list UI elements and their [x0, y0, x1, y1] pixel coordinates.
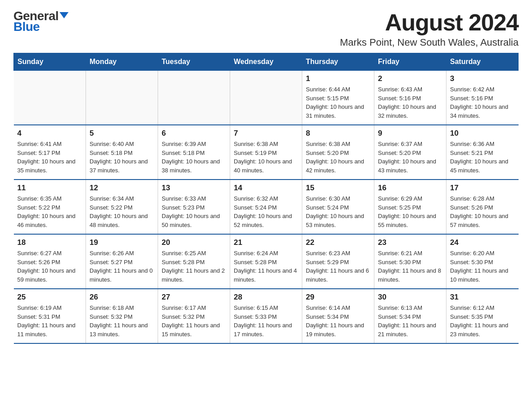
day-number: 29: [306, 293, 370, 302]
day-info: Sunrise: 6:13 AMSunset: 5:34 PMDaylight:…: [378, 304, 442, 338]
day-info: Sunrise: 6:30 AMSunset: 5:24 PMDaylight:…: [306, 194, 370, 229]
calendar-cell: 21Sunrise: 6:24 AMSunset: 5:28 PMDayligh…: [230, 234, 302, 289]
calendar-week-row: 18Sunrise: 6:27 AMSunset: 5:26 PMDayligh…: [14, 234, 519, 289]
day-number: 28: [234, 293, 298, 302]
day-number: 24: [450, 238, 515, 247]
calendar-cell: 13Sunrise: 6:33 AMSunset: 5:23 PMDayligh…: [158, 180, 230, 234]
day-number: 19: [90, 238, 154, 247]
day-info: Sunrise: 6:42 AMSunset: 5:16 PMDaylight:…: [450, 85, 515, 120]
day-number: 15: [306, 184, 370, 193]
logo-blue-text: Blue: [13, 20, 40, 34]
calendar-cell: 16Sunrise: 6:29 AMSunset: 5:25 PMDayligh…: [374, 180, 446, 234]
calendar-cell: 12Sunrise: 6:34 AMSunset: 5:22 PMDayligh…: [86, 180, 158, 234]
day-number: 5: [90, 129, 154, 138]
calendar-cell: 20Sunrise: 6:25 AMSunset: 5:28 PMDayligh…: [158, 234, 230, 289]
day-info: Sunrise: 6:23 AMSunset: 5:29 PMDaylight:…: [306, 249, 370, 284]
day-number: 6: [162, 129, 226, 138]
column-header-sunday: Sunday: [14, 53, 86, 71]
calendar-header-row: SundayMondayTuesdayWednesdayThursdayFrid…: [14, 53, 519, 71]
day-number: 8: [306, 129, 370, 138]
day-info: Sunrise: 6:21 AMSunset: 5:30 PMDaylight:…: [378, 249, 442, 284]
calendar-table: SundayMondayTuesdayWednesdayThursdayFrid…: [13, 53, 519, 344]
calendar-cell: [14, 71, 86, 125]
day-info: Sunrise: 6:34 AMSunset: 5:22 PMDaylight:…: [90, 194, 154, 229]
day-number: 3: [450, 74, 515, 83]
day-number: 22: [306, 238, 370, 247]
calendar-cell: 30Sunrise: 6:13 AMSunset: 5:34 PMDayligh…: [374, 289, 446, 343]
day-info: Sunrise: 6:27 AMSunset: 5:26 PMDaylight:…: [17, 249, 82, 284]
calendar-cell: [230, 71, 302, 125]
day-info: Sunrise: 6:24 AMSunset: 5:28 PMDaylight:…: [234, 249, 298, 284]
calendar-cell: [86, 71, 158, 125]
logo: General Blue: [13, 9, 69, 34]
calendar-cell: 3Sunrise: 6:42 AMSunset: 5:16 PMDaylight…: [446, 71, 519, 125]
calendar-cell: [158, 71, 230, 125]
day-number: 12: [90, 184, 154, 193]
day-info: Sunrise: 6:25 AMSunset: 5:28 PMDaylight:…: [162, 249, 226, 284]
calendar-cell: 28Sunrise: 6:15 AMSunset: 5:33 PMDayligh…: [230, 289, 302, 343]
calendar-cell: 23Sunrise: 6:21 AMSunset: 5:30 PMDayligh…: [374, 234, 446, 289]
day-number: 23: [378, 238, 442, 247]
day-info: Sunrise: 6:36 AMSunset: 5:21 PMDaylight:…: [450, 140, 515, 175]
calendar-cell: 1Sunrise: 6:44 AMSunset: 5:15 PMDaylight…: [302, 71, 374, 125]
calendar-week-row: 4Sunrise: 6:41 AMSunset: 5:17 PMDaylight…: [14, 125, 519, 180]
column-header-wednesday: Wednesday: [230, 53, 302, 71]
day-info: Sunrise: 6:20 AMSunset: 5:30 PMDaylight:…: [450, 249, 515, 284]
day-info: Sunrise: 6:12 AMSunset: 5:35 PMDaylight:…: [450, 304, 515, 338]
column-header-friday: Friday: [374, 53, 446, 71]
calendar-cell: 4Sunrise: 6:41 AMSunset: 5:17 PMDaylight…: [14, 125, 86, 180]
day-number: 31: [450, 293, 515, 302]
calendar-cell: 10Sunrise: 6:36 AMSunset: 5:21 PMDayligh…: [446, 125, 519, 180]
day-number: 4: [17, 129, 82, 138]
day-info: Sunrise: 6:38 AMSunset: 5:19 PMDaylight:…: [234, 140, 298, 175]
calendar-cell: 5Sunrise: 6:40 AMSunset: 5:18 PMDaylight…: [86, 125, 158, 180]
day-info: Sunrise: 6:15 AMSunset: 5:33 PMDaylight:…: [234, 304, 298, 338]
title-block: August 2024 Marks Point, New South Wales…: [340, 9, 519, 48]
day-number: 25: [17, 293, 82, 302]
day-info: Sunrise: 6:35 AMSunset: 5:22 PMDaylight:…: [17, 194, 82, 229]
calendar-cell: 26Sunrise: 6:18 AMSunset: 5:32 PMDayligh…: [86, 289, 158, 343]
day-info: Sunrise: 6:32 AMSunset: 5:24 PMDaylight:…: [234, 194, 298, 229]
calendar-cell: 11Sunrise: 6:35 AMSunset: 5:22 PMDayligh…: [14, 180, 86, 234]
day-info: Sunrise: 6:37 AMSunset: 5:20 PMDaylight:…: [378, 140, 442, 175]
day-number: 16: [378, 184, 442, 193]
day-number: 20: [162, 238, 226, 247]
calendar-cell: 18Sunrise: 6:27 AMSunset: 5:26 PMDayligh…: [14, 234, 86, 289]
day-number: 7: [234, 129, 298, 138]
day-info: Sunrise: 6:33 AMSunset: 5:23 PMDaylight:…: [162, 194, 226, 229]
month-title: August 2024: [340, 9, 519, 36]
calendar-cell: 17Sunrise: 6:28 AMSunset: 5:26 PMDayligh…: [446, 180, 519, 234]
calendar-cell: 25Sunrise: 6:19 AMSunset: 5:31 PMDayligh…: [14, 289, 86, 343]
day-info: Sunrise: 6:38 AMSunset: 5:20 PMDaylight:…: [306, 140, 370, 175]
calendar-cell: 2Sunrise: 6:43 AMSunset: 5:16 PMDaylight…: [374, 71, 446, 125]
day-info: Sunrise: 6:28 AMSunset: 5:26 PMDaylight:…: [450, 194, 515, 229]
day-info: Sunrise: 6:17 AMSunset: 5:32 PMDaylight:…: [162, 304, 226, 338]
day-number: 9: [378, 129, 442, 138]
day-info: Sunrise: 6:41 AMSunset: 5:17 PMDaylight:…: [17, 140, 82, 175]
calendar-week-row: 11Sunrise: 6:35 AMSunset: 5:22 PMDayligh…: [14, 180, 519, 234]
calendar-cell: 27Sunrise: 6:17 AMSunset: 5:32 PMDayligh…: [158, 289, 230, 343]
calendar-week-row: 1Sunrise: 6:44 AMSunset: 5:15 PMDaylight…: [14, 71, 519, 125]
calendar-cell: 24Sunrise: 6:20 AMSunset: 5:30 PMDayligh…: [446, 234, 519, 289]
day-number: 26: [90, 293, 154, 302]
calendar-cell: 14Sunrise: 6:32 AMSunset: 5:24 PMDayligh…: [230, 180, 302, 234]
day-number: 2: [378, 74, 442, 83]
day-number: 17: [450, 184, 515, 193]
day-number: 30: [378, 293, 442, 302]
calendar-cell: 19Sunrise: 6:26 AMSunset: 5:27 PMDayligh…: [86, 234, 158, 289]
logo-triangle-icon: [60, 12, 69, 18]
calendar-cell: 22Sunrise: 6:23 AMSunset: 5:29 PMDayligh…: [302, 234, 374, 289]
calendar-cell: 15Sunrise: 6:30 AMSunset: 5:24 PMDayligh…: [302, 180, 374, 234]
day-info: Sunrise: 6:18 AMSunset: 5:32 PMDaylight:…: [90, 304, 154, 338]
day-info: Sunrise: 6:29 AMSunset: 5:25 PMDaylight:…: [378, 194, 442, 229]
day-info: Sunrise: 6:19 AMSunset: 5:31 PMDaylight:…: [17, 304, 82, 338]
day-number: 14: [234, 184, 298, 193]
location-title: Marks Point, New South Wales, Australia: [340, 37, 519, 48]
day-number: 10: [450, 129, 515, 138]
page-header: General Blue August 2024 Marks Point, Ne…: [13, 9, 519, 48]
day-info: Sunrise: 6:14 AMSunset: 5:34 PMDaylight:…: [306, 304, 370, 338]
calendar-cell: 9Sunrise: 6:37 AMSunset: 5:20 PMDaylight…: [374, 125, 446, 180]
day-number: 21: [234, 238, 298, 247]
day-info: Sunrise: 6:40 AMSunset: 5:18 PMDaylight:…: [90, 140, 154, 175]
day-number: 27: [162, 293, 226, 302]
